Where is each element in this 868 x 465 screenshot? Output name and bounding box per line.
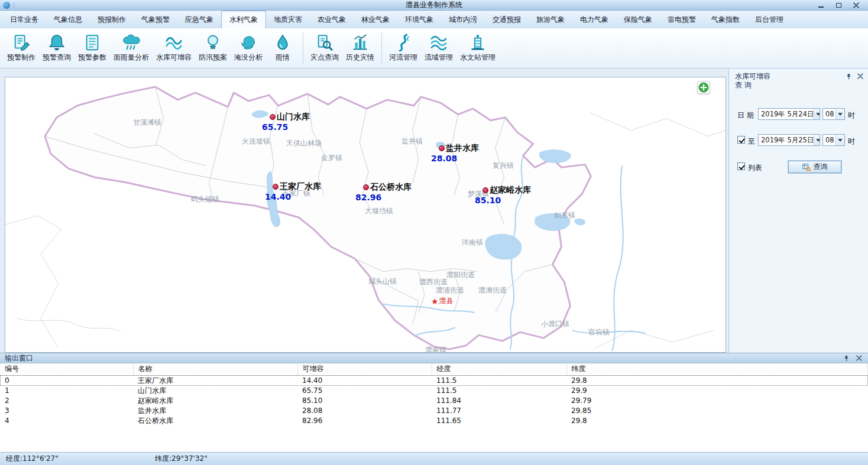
end-date-select[interactable]: 2019年 5月25日: [758, 134, 820, 146]
query-row: 列表 查询: [729, 161, 868, 173]
reservoir-dot-icon[interactable]: [273, 184, 278, 190]
window-title: 澧县业务制作系统: [406, 0, 462, 10]
output-cell: 29.79: [566, 396, 868, 406]
titlebar-divider: [14, 2, 14, 8]
to-checkbox[interactable]: [737, 136, 745, 144]
output-row[interactable]: 0王家厂水库14.40111.529.8: [0, 375, 868, 386]
menu-tab-11[interactable]: 城市内涝: [441, 11, 485, 28]
toolbar-button-alert-edit[interactable]: 预警制作: [4, 30, 39, 67]
town-label: 涔南镇: [462, 238, 483, 248]
menu-tab-12[interactable]: 交通预报: [485, 11, 529, 28]
output-column-header[interactable]: 编号: [0, 363, 133, 375]
rain-analysis-icon: [122, 34, 140, 51]
toolbar-button-river-manage[interactable]: 河流管理: [386, 30, 421, 67]
output-cell: 3: [0, 406, 133, 416]
output-column-header[interactable]: 纬度: [566, 363, 868, 375]
menu-tab-18[interactable]: 后台管理: [747, 11, 791, 28]
toolbar-button-reservoir-capacity[interactable]: 水库可增容: [153, 30, 195, 67]
toolbar-button-label: 水文站管理: [460, 53, 495, 63]
reservoir-dot-icon[interactable]: [482, 187, 488, 193]
pin-icon: [846, 73, 852, 80]
output-column-header[interactable]: 名称: [133, 363, 297, 375]
toolbar-button-alert-params[interactable]: 预警参数: [75, 30, 110, 67]
output-row[interactable]: 2赵家峪水库85.10111.8429.79: [0, 396, 868, 406]
menu-tab-3[interactable]: 预报制作: [90, 11, 134, 28]
county-marker: ★澧县: [431, 296, 454, 306]
output-row[interactable]: 4石公桥水库82.96111.6529.8: [0, 416, 868, 426]
toolbar-button-disaster-search[interactable]: 灾点查询: [307, 30, 342, 67]
disaster-history-icon: [351, 34, 369, 51]
menu-tab-13[interactable]: 旅游气象: [529, 11, 572, 28]
menu-tab-1[interactable]: 日常业务: [2, 11, 46, 28]
output-row[interactable]: 3盐井水库28.08111.7729.85: [0, 406, 868, 416]
reservoir-dot-icon[interactable]: [270, 114, 276, 120]
toolbar-button-label: 面雨量分析: [114, 53, 149, 63]
title-bar: 澧县业务制作系统: [0, 0, 868, 11]
menu-tab-10[interactable]: 环境气象: [397, 11, 441, 28]
output-column-header[interactable]: 经度: [432, 363, 566, 375]
menu-tab-2[interactable]: 气象信息: [46, 11, 90, 28]
status-latitude: 纬度:29°37'32": [155, 454, 208, 464]
menu-tab-8[interactable]: 农业气象: [310, 11, 354, 28]
alert-params-icon: [83, 34, 101, 51]
menu-tab-6[interactable]: 水利气象: [221, 11, 266, 28]
town-label: 金罗镇: [321, 153, 342, 163]
output-cell: 王家厂水库: [133, 375, 297, 386]
minimize-icon: [818, 6, 824, 8]
start-date-select[interactable]: 2019年 5月24日: [758, 108, 820, 120]
menu-tab-15[interactable]: 保险气象: [616, 11, 660, 28]
query-button[interactable]: 查询: [788, 161, 841, 173]
reservoir-dot-icon[interactable]: [363, 184, 369, 190]
close-button[interactable]: [853, 2, 860, 9]
menu-tab-9[interactable]: 林业气象: [354, 11, 397, 28]
maximize-icon: [836, 3, 841, 8]
reservoir-name: 山门水库: [277, 112, 310, 122]
toolbar-button-rain-analysis[interactable]: 面雨量分析: [110, 30, 153, 67]
output-header-row: 编号名称可增容经度纬度: [0, 363, 868, 375]
reservoir-capacity-icon: [165, 34, 183, 51]
pin-button[interactable]: [842, 354, 850, 362]
pin-button[interactable]: [844, 72, 853, 80]
maximize-button[interactable]: [835, 2, 842, 9]
toolbar-button-rain-info[interactable]: 雨情: [266, 30, 299, 67]
menu-tab-17[interactable]: 气象指数: [704, 11, 747, 28]
list-checkbox[interactable]: [737, 162, 745, 170]
map-canvas[interactable]: 甘溪滩镇火连坡镇天供山林场金罗镇盐井镇复兴镇码头铺镇王家厂镇梦溪镇大堰垱镇如东镇…: [5, 77, 726, 353]
menu-tab-7[interactable]: 地质灾害: [266, 11, 310, 28]
disaster-search-icon: [316, 34, 333, 51]
output-column-header[interactable]: 可增容: [297, 363, 432, 375]
toolbar-button-alert-bell[interactable]: 预警查询: [39, 30, 75, 67]
query-table-search-icon: [802, 163, 811, 171]
toolbar: 预警制作预警查询预警参数面雨量分析水库可增容防汛预案淹没分析雨情灾点查询历史灾情…: [0, 28, 868, 69]
minimize-button[interactable]: [817, 2, 824, 9]
panel-close-button[interactable]: [856, 72, 864, 80]
output-cell: 2: [0, 396, 133, 406]
toolbar-button-flood-plan[interactable]: 防汛预案: [195, 30, 231, 67]
menu-tab-16[interactable]: 雷电预警: [660, 11, 704, 28]
start-hour-select[interactable]: 08: [822, 108, 845, 120]
hour-suffix: 时: [848, 110, 855, 121]
end-hour-select[interactable]: 08: [822, 134, 845, 146]
reservoir-dot-icon[interactable]: [439, 145, 445, 151]
output-cell: 111.5: [432, 375, 566, 386]
add-icon: [698, 82, 709, 93]
status-longitude: 经度:112°6'27": [6, 454, 155, 464]
menu-tab-4[interactable]: 气象预警: [134, 11, 177, 28]
to-label: 至: [748, 136, 755, 147]
rain-info-icon: [274, 34, 292, 51]
toolbar-button-basin-manage[interactable]: 流域管理: [421, 30, 456, 67]
output-cell: 赵家峪水库: [133, 396, 297, 406]
reservoir-value: 82.96: [355, 193, 381, 202]
toolbar-button-flood-analysis[interactable]: 淹没分析: [231, 30, 266, 67]
start-hour-value: 08: [823, 110, 835, 118]
output-row[interactable]: 1山门水库65.75111.529.9: [0, 386, 868, 396]
output-cell: 29.8: [566, 375, 868, 386]
menu-tab-14[interactable]: 电力气象: [572, 11, 616, 28]
flood-analysis-icon: [239, 34, 257, 51]
menu-tab-5[interactable]: 应急气象: [177, 11, 221, 28]
toolbar-button-disaster-history[interactable]: 历史灾情: [342, 30, 378, 67]
end-date-row: 至 2019年 5月25日 08 时: [729, 134, 868, 147]
map-add-button[interactable]: [697, 81, 710, 94]
output-close-button[interactable]: [855, 354, 863, 362]
toolbar-button-hydrostation-manage[interactable]: 水文站管理: [456, 30, 499, 67]
